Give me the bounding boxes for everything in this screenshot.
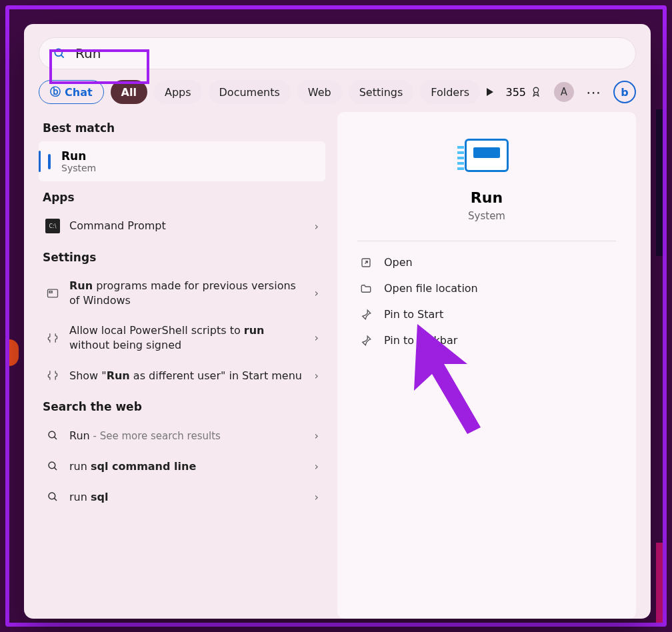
svg-point-2 [533, 87, 539, 93]
search-bar[interactable] [39, 37, 636, 69]
detail-subtitle: System [357, 210, 616, 222]
action-open[interactable]: Open [357, 249, 616, 275]
filter-apps[interactable]: Apps [154, 80, 202, 104]
action-label: Open [384, 256, 413, 269]
action-open-file-location[interactable]: Open file location [357, 275, 616, 301]
filter-apps-label: Apps [165, 86, 191, 99]
rewards-count: 355 [505, 86, 526, 99]
svg-line-10 [54, 499, 57, 501]
svg-line-6 [54, 437, 57, 440]
rewards-icon [530, 86, 542, 98]
more-menu-icon[interactable]: ⋯ [586, 84, 601, 101]
settings-tools-icon [45, 368, 60, 383]
chevron-right-icon: › [315, 287, 319, 299]
best-match-title: Run [61, 149, 96, 163]
user-avatar[interactable]: A [554, 82, 574, 102]
filter-web-label: Web [308, 86, 331, 99]
pin-icon [360, 309, 373, 321]
rewards-counter[interactable]: 355 [505, 86, 542, 99]
filter-chat-label: Chat [65, 86, 93, 99]
filter-documents[interactable]: Documents [209, 80, 291, 104]
svg-point-9 [49, 493, 55, 499]
svg-rect-3 [48, 289, 58, 297]
action-label: Open file location [384, 282, 478, 295]
list-item-label: run sql command line [69, 459, 196, 474]
filter-all[interactable]: All [111, 80, 147, 104]
detail-pane: Run System Open Open file location [337, 112, 636, 619]
list-item-label: Allow local PowerShell scripts to run wi… [69, 323, 305, 352]
search-icon [45, 459, 60, 473]
apps-result-command-prompt[interactable]: C:\ Command Prompt › [39, 211, 325, 241]
apps-heading: Apps [39, 181, 325, 211]
pin-icon [360, 335, 373, 347]
action-pin-to-start[interactable]: Pin to Start [357, 301, 616, 327]
svg-rect-4 [49, 291, 52, 293]
avatar-initial: A [561, 86, 567, 98]
detail-title: Run [357, 189, 616, 206]
list-item-label: Command Prompt [69, 219, 166, 233]
filter-folders[interactable]: Folders [420, 80, 480, 104]
chevron-right-icon: › [315, 331, 319, 344]
filter-settings[interactable]: Settings [349, 80, 414, 104]
search-input[interactable] [75, 45, 635, 61]
list-item-label: Run programs made for previous versions … [69, 279, 305, 307]
filter-all-label: All [121, 86, 137, 99]
search-icon [45, 428, 60, 443]
best-match-result[interactable]: Run System [39, 141, 325, 181]
svg-point-7 [49, 462, 55, 469]
search-web-heading: Search the web [39, 391, 325, 420]
svg-line-8 [54, 468, 57, 471]
chevron-right-icon: › [315, 429, 319, 442]
svg-point-5 [49, 431, 55, 438]
settings-result-1[interactable]: Allow local PowerShell scripts to run wi… [39, 315, 325, 360]
chevron-right-icon: › [315, 220, 319, 233]
results-column: Best match Run System Apps C:\ Command P… [39, 112, 325, 619]
list-item-label: run sql [69, 490, 108, 505]
bing-chat-icon: ⓑ [50, 85, 61, 99]
list-item-label: Show "Run as different user" in Start me… [69, 369, 302, 383]
web-result-2[interactable]: run sql › [39, 481, 325, 512]
best-match-subtitle: System [61, 163, 96, 173]
action-label: Pin to Start [384, 308, 443, 321]
web-result-0[interactable]: Run - See more search results › [39, 420, 325, 451]
filter-settings-label: Settings [359, 86, 403, 99]
bing-button[interactable]: b [613, 81, 636, 103]
svg-point-0 [55, 49, 62, 56]
command-prompt-icon: C:\ [45, 219, 60, 233]
filter-folders-label: Folders [431, 86, 469, 99]
filter-web[interactable]: Web [297, 80, 342, 104]
settings-result-0[interactable]: Run programs made for previous versions … [39, 271, 325, 315]
settings-heading: Settings [39, 241, 325, 271]
folder-icon [360, 283, 373, 295]
separator [357, 241, 616, 241]
action-label: Pin to taskbar [384, 334, 457, 347]
filter-documents-label: Documents [219, 86, 280, 99]
list-item-label: Run - See more search results [69, 429, 221, 443]
filter-overflow-icon[interactable] [487, 88, 493, 96]
bing-glyph: b [621, 86, 628, 99]
search-icon [45, 489, 60, 504]
settings-program-icon [45, 286, 60, 301]
web-result-1[interactable]: run sql command line › [39, 451, 325, 481]
settings-tools-icon [45, 331, 60, 345]
chevron-right-icon: › [315, 491, 319, 503]
action-pin-to-taskbar[interactable]: Pin to taskbar [357, 327, 616, 353]
best-match-heading: Best match [39, 112, 325, 141]
filter-row: ⓑ Chat All Apps Documents Web Settings F… [24, 72, 651, 108]
chevron-right-icon: › [315, 369, 319, 382]
search-icon [53, 47, 66, 60]
start-search-panel: ⓑ Chat All Apps Documents Web Settings F… [24, 24, 651, 619]
filter-chat[interactable]: ⓑ Chat [39, 80, 104, 104]
svg-line-1 [61, 55, 64, 58]
settings-result-2[interactable]: Show "Run as different user" in Start me… [39, 360, 325, 391]
chevron-right-icon: › [315, 460, 319, 473]
open-icon [360, 257, 373, 269]
run-app-icon [48, 155, 51, 168]
run-app-icon-large [357, 139, 616, 189]
